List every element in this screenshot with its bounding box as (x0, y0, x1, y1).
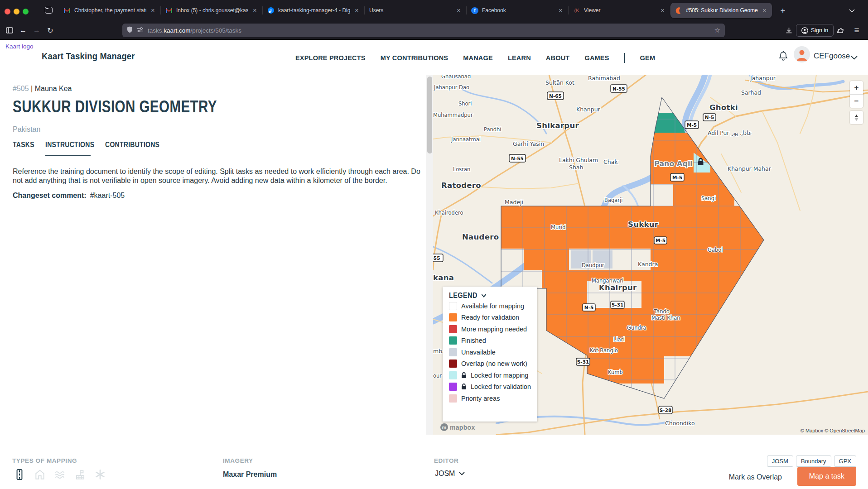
legend-swatch-available (449, 302, 457, 310)
url-text[interactable]: tasks.kaart.com/projects/505/tasks (148, 27, 710, 34)
tab-title: Christopher, the payment status (74, 7, 146, 14)
browser-tab-active[interactable]: #505: Sukkur Division Geometry ✕ (670, 3, 772, 18)
reload-button[interactable]: ↻ (44, 24, 56, 36)
back-button[interactable]: ← (17, 24, 29, 36)
nav-about[interactable]: ABOUT (546, 54, 570, 62)
svg-text:Losran: Losran (453, 166, 470, 173)
nav-divider (624, 53, 625, 63)
svg-text:M-5: M-5 (672, 175, 682, 180)
svg-text:Kandra: Kandra (638, 261, 658, 268)
boundary-format-button[interactable]: Boundary (796, 455, 831, 467)
sidebar-toggle-icon[interactable] (4, 24, 15, 36)
land-use-icon (74, 469, 86, 480)
svg-text:Sangi: Sangi (701, 195, 716, 201)
macos-minimize-button[interactable] (14, 9, 19, 14)
notifications-bell-icon[interactable] (778, 51, 788, 63)
svg-text:N-5: N-5 (584, 305, 593, 310)
nav-learn[interactable]: LEARN (508, 54, 531, 62)
tab-list-chevron-icon[interactable] (845, 5, 858, 17)
downloads-icon[interactable] (783, 24, 795, 36)
svg-text:Pano Aqil: Pano Aqil (654, 159, 693, 168)
bookmark-star-icon[interactable]: ☆ (714, 26, 720, 34)
tab-tasks[interactable]: TASKS (13, 140, 34, 149)
legend-swatch-more-mapping (449, 325, 457, 333)
extensions-puzzle-icon[interactable] (835, 24, 847, 36)
map-compass-button[interactable] (850, 111, 863, 124)
mark-as-overlap-button[interactable]: Mark as Overlap (729, 473, 782, 481)
josm-format-button[interactable]: JOSM (767, 455, 793, 467)
tab-close-icon[interactable]: ✕ (456, 8, 462, 14)
user-menu-chevron-icon[interactable] (851, 53, 858, 62)
tab-close-icon[interactable]: ✕ (660, 8, 665, 14)
nav-gem[interactable]: GEM (640, 54, 656, 62)
imagery-label: IMAGERY (223, 457, 253, 464)
svg-text:N-55: N-55 (612, 86, 625, 91)
legend-collapse-chevron-icon[interactable] (481, 294, 486, 297)
tasks-map[interactable]: Ghausabad Jahanpur Dao Sultān Kot Rahīmā… (433, 75, 868, 435)
svg-text:Ghotki: Ghotki (709, 103, 738, 112)
map-a-task-button[interactable]: Map a task (797, 467, 856, 486)
legend-title[interactable]: LEGEND (449, 291, 520, 300)
changeset-label: Changeset comment: (13, 192, 87, 199)
forward-button[interactable]: → (31, 24, 43, 36)
svg-text:Shori: Shori (458, 101, 472, 107)
legend-item: Ready for validation (449, 312, 532, 324)
username-label[interactable]: CEFgoose (814, 52, 850, 61)
lock-icon (461, 384, 467, 390)
tab-close-icon[interactable]: ✕ (354, 8, 360, 14)
nav-games[interactable]: GAMES (584, 54, 609, 62)
tab-close-icon[interactable]: ✕ (150, 8, 156, 14)
tab-instructions[interactable]: INSTRUCTIONS (45, 140, 94, 149)
tab-title: Facebook (482, 7, 554, 14)
tab-close-icon[interactable]: ✕ (252, 8, 258, 14)
map-attribution[interactable]: © Mapbox © OpenStreetMap (800, 428, 865, 433)
new-tab-button[interactable]: + (776, 5, 789, 17)
tab-title: Viewer (584, 7, 656, 14)
sign-in-button[interactable]: Sign in (796, 24, 834, 37)
tab-close-icon[interactable]: ✕ (762, 8, 767, 14)
user-avatar[interactable] (794, 46, 810, 62)
kaart-logo[interactable]: Kaart logo (5, 43, 34, 50)
sign-in-label: Sign in (811, 27, 828, 34)
tab-close-icon[interactable]: ✕ (558, 8, 564, 14)
zoom-in-button[interactable]: + (850, 81, 863, 95)
gmail-icon (165, 7, 173, 14)
browser-tab[interactable]: f Facebook ✕ (467, 3, 568, 18)
svg-text:N-5: N-5 (705, 115, 714, 120)
macos-zoom-button[interactable] (23, 9, 29, 14)
svg-text:S-31: S-31 (612, 302, 624, 307)
browser-tab[interactable]: Christopher, the payment status ✕ (59, 3, 160, 18)
menu-hamburger-icon[interactable]: ≡ (851, 24, 863, 36)
gmail-icon (63, 7, 71, 14)
firefox-view-icon[interactable] (45, 7, 53, 14)
browser-tab[interactable]: Users ✕ (365, 3, 466, 18)
map-zoom-controls[interactable]: + − (850, 81, 863, 108)
svg-text:Bagarji: Bagarji (604, 197, 622, 203)
project-id[interactable]: #505 (13, 85, 29, 92)
site-permissions-icon[interactable] (137, 26, 144, 34)
zoom-out-button[interactable]: − (850, 95, 863, 108)
legend-item: Locked for mapping (449, 369, 532, 381)
browser-tab[interactable]: (K Viewer ✕ (569, 3, 670, 18)
svg-text:S-31: S-31 (577, 359, 589, 364)
scrollbar-thumb[interactable] (427, 77, 432, 153)
url-bar[interactable]: tasks.kaart.com/projects/505/tasks ☆ (122, 24, 725, 37)
nav-my-contributions[interactable]: MY CONTRIBUTIONS (381, 54, 448, 62)
tracking-protection-shield-icon[interactable] (127, 26, 133, 35)
gpx-format-button[interactable]: GPX (834, 455, 856, 467)
nav-explore-projects[interactable]: EXPLORE PROJECTS (295, 54, 366, 62)
action-footer: TYPES OF MAPPING IMAGERY Maxar Premium E… (0, 454, 868, 489)
task-cells-ready[interactable] (542, 270, 746, 314)
legend-item: Unavailable (449, 346, 532, 358)
tab-title: #505: Sukkur Division Geometry (686, 7, 758, 14)
browser-tab[interactable]: kaart-tasking-manager-4 - Digit ✕ (263, 3, 364, 18)
svg-text:Gabol: Gabol (708, 247, 723, 253)
tab-contributions[interactable]: CONTRIBUTIONS (105, 140, 159, 149)
macos-close-button[interactable] (5, 9, 10, 14)
panel-scrollbar[interactable] (426, 75, 433, 435)
nav-manage[interactable]: MANAGE (463, 54, 493, 62)
editor-select[interactable]: JOSM (435, 470, 465, 478)
task-cells-ready[interactable] (651, 206, 755, 227)
browser-tab[interactable]: Inbox (5) - chris.gousset@kaart ✕ (161, 3, 262, 18)
editor-chevron-icon (459, 472, 465, 475)
